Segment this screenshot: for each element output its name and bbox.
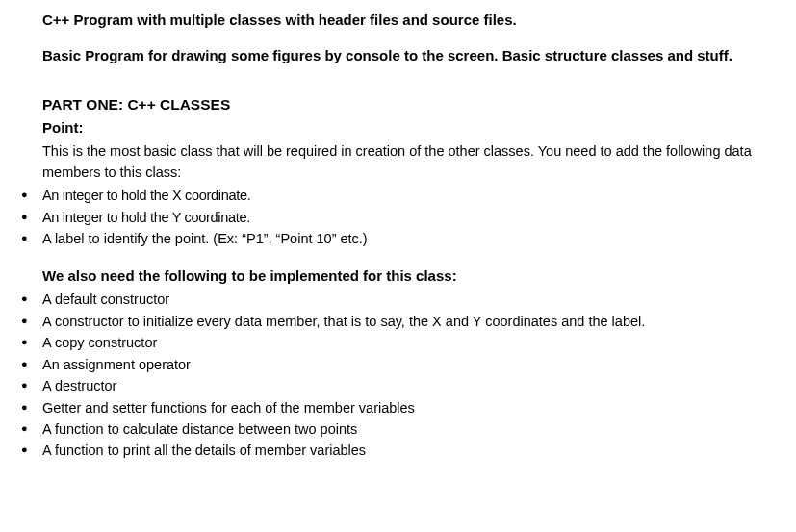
- list-item: An assignment operator: [19, 354, 757, 375]
- list-item: A default constructor: [19, 289, 757, 310]
- list-item: A destructor: [19, 375, 757, 396]
- implementation-heading: We also need the following to be impleme…: [42, 266, 757, 288]
- document-subtitle: Basic Program for drawing some figures b…: [42, 45, 757, 67]
- part-one-heading: PART ONE: C++ CLASSES: [42, 93, 757, 115]
- document-title: C++ Program with multiple classes with h…: [42, 10, 757, 32]
- list-item: A copy constructor: [19, 332, 757, 353]
- list-item: An integer to hold the Y coordinate.: [19, 207, 757, 228]
- list-item: A function to print all the details of m…: [19, 440, 757, 461]
- list-item: Getter and setter functions for each of …: [19, 397, 757, 418]
- list-item: A function to calculate distance between…: [19, 418, 757, 440]
- list-item: An integer to hold the X coordinate.: [19, 185, 757, 206]
- list-item: A constructor to initialize every data m…: [19, 311, 757, 332]
- class-point-intro: This is the most basic class that will b…: [42, 141, 757, 184]
- implementation-list: A default constructor A constructor to i…: [19, 289, 757, 462]
- class-point-name: Point:: [42, 117, 757, 139]
- data-members-list: An integer to hold the X coordinate. An …: [19, 185, 757, 249]
- list-item: A label to identify the point. (Ex: “P1”…: [19, 228, 757, 249]
